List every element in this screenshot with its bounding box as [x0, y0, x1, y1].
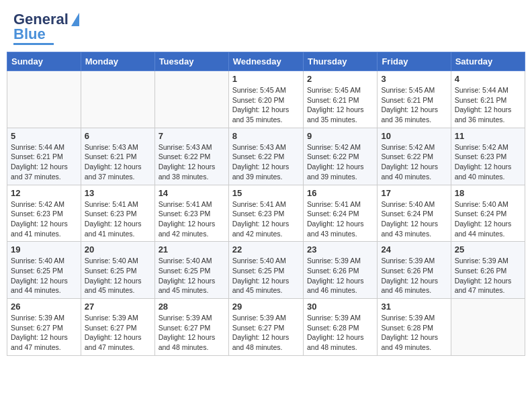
day-info: Sunrise: 5:41 AM Sunset: 6:23 PM Dayligh… — [85, 199, 151, 239]
day-info: Sunrise: 5:40 AM Sunset: 6:25 PM Dayligh… — [159, 256, 225, 295]
calendar-cell: 3Sunrise: 5:45 AM Sunset: 6:21 PM Daylig… — [378, 71, 451, 128]
logo-text: General — [13, 12, 69, 27]
day-info: Sunrise: 5:43 AM Sunset: 6:22 PM Dayligh… — [232, 142, 300, 182]
calendar-cell: 12Sunrise: 5:42 AM Sunset: 6:23 PM Dayli… — [7, 185, 81, 242]
calendar-cell: 15Sunrise: 5:41 AM Sunset: 6:23 PM Dayli… — [228, 185, 303, 242]
calendar-cell: 10Sunrise: 5:42 AM Sunset: 6:22 PM Dayli… — [378, 128, 451, 185]
calendar-cell: 20Sunrise: 5:40 AM Sunset: 6:25 PM Dayli… — [81, 242, 154, 299]
calendar-cell: 22Sunrise: 5:40 AM Sunset: 6:25 PM Dayli… — [228, 242, 303, 299]
logo-text2: Blue — [13, 27, 46, 42]
day-info: Sunrise: 5:39 AM Sunset: 6:26 PM Dayligh… — [381, 256, 447, 295]
calendar-cell: 29Sunrise: 5:39 AM Sunset: 6:27 PM Dayli… — [228, 299, 303, 356]
day-number: 16 — [307, 188, 373, 198]
day-number: 2 — [307, 74, 373, 84]
day-info: Sunrise: 5:41 AM Sunset: 6:23 PM Dayligh… — [232, 199, 300, 239]
day-info: Sunrise: 5:43 AM Sunset: 6:22 PM Dayligh… — [159, 142, 225, 182]
day-number: 12 — [11, 188, 77, 198]
day-info: Sunrise: 5:40 AM Sunset: 6:25 PM Dayligh… — [232, 256, 300, 295]
day-number: 18 — [455, 188, 521, 198]
calendar-cell: 24Sunrise: 5:39 AM Sunset: 6:26 PM Dayli… — [378, 242, 451, 299]
day-number: 7 — [159, 131, 225, 141]
day-number: 19 — [11, 244, 77, 255]
day-number: 6 — [85, 131, 151, 141]
day-number: 13 — [85, 188, 151, 198]
day-info: Sunrise: 5:39 AM Sunset: 6:26 PM Dayligh… — [307, 256, 373, 295]
day-info: Sunrise: 5:39 AM Sunset: 6:27 PM Dayligh… — [232, 313, 300, 353]
calendar-cell: 9Sunrise: 5:42 AM Sunset: 6:22 PM Daylig… — [303, 128, 377, 185]
day-info: Sunrise: 5:39 AM Sunset: 6:28 PM Dayligh… — [307, 313, 373, 353]
day-number: 23 — [307, 244, 373, 255]
calendar-cell: 26Sunrise: 5:39 AM Sunset: 6:27 PM Dayli… — [7, 299, 81, 356]
day-number: 21 — [159, 244, 225, 255]
calendar-cell: 8Sunrise: 5:43 AM Sunset: 6:22 PM Daylig… — [228, 128, 303, 185]
day-info: Sunrise: 5:39 AM Sunset: 6:28 PM Dayligh… — [381, 313, 447, 353]
day-number: 3 — [381, 74, 447, 84]
day-header-wednesday: Wednesday — [228, 52, 303, 71]
day-header-monday: Monday — [81, 52, 154, 71]
day-number: 9 — [307, 131, 373, 141]
calendar-week-row: 1Sunrise: 5:45 AM Sunset: 6:20 PM Daylig… — [7, 71, 525, 128]
calendar-cell: 2Sunrise: 5:45 AM Sunset: 6:21 PM Daylig… — [303, 71, 377, 128]
calendar-cell: 17Sunrise: 5:40 AM Sunset: 6:24 PM Dayli… — [378, 185, 451, 242]
day-number: 22 — [232, 244, 300, 255]
day-info: Sunrise: 5:45 AM Sunset: 6:20 PM Dayligh… — [232, 85, 300, 125]
day-info: Sunrise: 5:39 AM Sunset: 6:27 PM Dayligh… — [159, 313, 225, 353]
day-info: Sunrise: 5:44 AM Sunset: 6:21 PM Dayligh… — [11, 142, 77, 182]
calendar-header-row: SundayMondayTuesdayWednesdayThursdayFrid… — [7, 52, 525, 71]
logo-underline — [13, 43, 54, 45]
day-header-tuesday: Tuesday — [154, 52, 228, 71]
day-number: 28 — [159, 302, 225, 312]
day-header-thursday: Thursday — [303, 52, 377, 71]
day-info: Sunrise: 5:41 AM Sunset: 6:23 PM Dayligh… — [159, 199, 225, 239]
calendar-cell — [154, 71, 228, 128]
calendar-cell: 30Sunrise: 5:39 AM Sunset: 6:28 PM Dayli… — [303, 299, 377, 356]
day-number: 11 — [455, 131, 521, 141]
calendar-cell: 11Sunrise: 5:42 AM Sunset: 6:23 PM Dayli… — [451, 128, 525, 185]
day-info: Sunrise: 5:45 AM Sunset: 6:21 PM Dayligh… — [381, 85, 447, 125]
day-header-sunday: Sunday — [7, 52, 81, 71]
calendar-cell — [7, 71, 81, 128]
calendar-cell: 18Sunrise: 5:40 AM Sunset: 6:24 PM Dayli… — [451, 185, 525, 242]
calendar-week-row: 19Sunrise: 5:40 AM Sunset: 6:25 PM Dayli… — [7, 242, 525, 299]
day-number: 24 — [381, 244, 447, 255]
logo: General Blue — [13, 12, 79, 45]
day-info: Sunrise: 5:42 AM Sunset: 6:22 PM Dayligh… — [307, 142, 373, 182]
calendar-cell: 1Sunrise: 5:45 AM Sunset: 6:20 PM Daylig… — [228, 71, 303, 128]
day-number: 29 — [232, 302, 300, 312]
calendar-week-row: 12Sunrise: 5:42 AM Sunset: 6:23 PM Dayli… — [7, 185, 525, 242]
day-info: Sunrise: 5:45 AM Sunset: 6:21 PM Dayligh… — [307, 85, 373, 125]
calendar-cell: 4Sunrise: 5:44 AM Sunset: 6:21 PM Daylig… — [451, 71, 525, 128]
day-number: 31 — [381, 302, 447, 312]
calendar-cell — [81, 71, 154, 128]
day-info: Sunrise: 5:39 AM Sunset: 6:27 PM Dayligh… — [11, 313, 77, 353]
day-info: Sunrise: 5:40 AM Sunset: 6:24 PM Dayligh… — [455, 199, 521, 239]
calendar-cell: 6Sunrise: 5:43 AM Sunset: 6:21 PM Daylig… — [81, 128, 154, 185]
day-number: 14 — [159, 188, 225, 198]
calendar-table: SundayMondayTuesdayWednesdayThursdayFrid… — [7, 52, 525, 356]
day-number: 26 — [11, 302, 77, 312]
calendar-cell: 21Sunrise: 5:40 AM Sunset: 6:25 PM Dayli… — [154, 242, 228, 299]
calendar-cell — [451, 299, 525, 356]
calendar-cell: 25Sunrise: 5:39 AM Sunset: 6:26 PM Dayli… — [451, 242, 525, 299]
day-number: 5 — [11, 131, 77, 141]
calendar-week-row: 5Sunrise: 5:44 AM Sunset: 6:21 PM Daylig… — [7, 128, 525, 185]
day-info: Sunrise: 5:40 AM Sunset: 6:25 PM Dayligh… — [85, 256, 151, 295]
day-header-saturday: Saturday — [451, 52, 525, 71]
day-number: 17 — [381, 188, 447, 198]
day-number: 30 — [307, 302, 373, 312]
day-info: Sunrise: 5:39 AM Sunset: 6:26 PM Dayligh… — [455, 256, 521, 295]
day-info: Sunrise: 5:40 AM Sunset: 6:24 PM Dayligh… — [381, 199, 447, 239]
day-number: 8 — [232, 131, 300, 141]
calendar-cell: 31Sunrise: 5:39 AM Sunset: 6:28 PM Dayli… — [378, 299, 451, 356]
day-number: 15 — [232, 188, 300, 198]
day-number: 4 — [455, 74, 521, 84]
day-info: Sunrise: 5:42 AM Sunset: 6:23 PM Dayligh… — [11, 199, 77, 239]
day-info: Sunrise: 5:40 AM Sunset: 6:25 PM Dayligh… — [11, 256, 77, 295]
calendar-cell: 13Sunrise: 5:41 AM Sunset: 6:23 PM Dayli… — [81, 185, 154, 242]
day-info: Sunrise: 5:42 AM Sunset: 6:23 PM Dayligh… — [455, 142, 521, 182]
day-number: 25 — [455, 244, 521, 255]
day-number: 10 — [381, 131, 447, 141]
calendar-cell: 14Sunrise: 5:41 AM Sunset: 6:23 PM Dayli… — [154, 185, 228, 242]
day-info: Sunrise: 5:44 AM Sunset: 6:21 PM Dayligh… — [455, 85, 521, 125]
day-info: Sunrise: 5:42 AM Sunset: 6:22 PM Dayligh… — [381, 142, 447, 182]
